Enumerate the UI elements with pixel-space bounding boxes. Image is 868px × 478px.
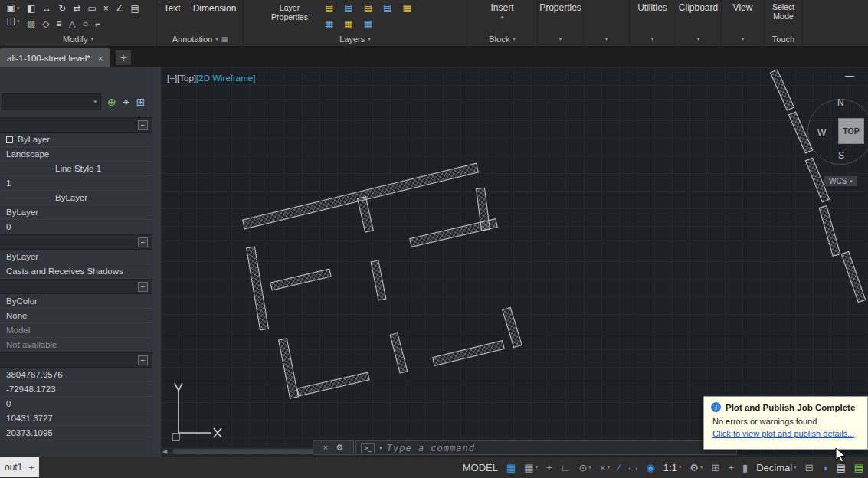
palette-section-header[interactable]: − [0, 352, 152, 368]
command-tools-icon[interactable]: ⚙ [336, 442, 343, 453]
scale-icon[interactable]: △ [69, 18, 76, 30]
annotation-monitor-icon[interactable]: ◉ [646, 462, 654, 473]
property-row[interactable]: 3804767.9576 [0, 368, 152, 382]
viewcube-west-label[interactable]: W [817, 127, 826, 138]
break-icon[interactable]: ○ [83, 18, 88, 30]
panel-expander-utilities[interactable]: ▾ [630, 32, 675, 46]
property-row[interactable]: ByLayer [0, 133, 152, 147]
array-icon[interactable]: ▤ [131, 3, 139, 15]
panel-label-touch[interactable]: Touch [765, 32, 802, 46]
property-row[interactable]: 20373.1095 [0, 426, 152, 440]
mirror-icon[interactable]: ⇄ [73, 3, 80, 15]
properties-panel-title[interactable]: Properties [538, 0, 583, 13]
layer-freeze-icon[interactable]: ▤ [364, 2, 372, 14]
hatch-edit-icon[interactable]: ▨ [27, 18, 35, 30]
layer-match-icon[interactable]: ▦ [325, 18, 333, 30]
join-icon[interactable]: ≡ [57, 18, 62, 30]
color-swatch[interactable] [6, 136, 13, 143]
viewcube-top-face[interactable]: TOP [838, 118, 864, 144]
panel-dialog-launcher-icon[interactable]: ▦ [221, 35, 228, 43]
isolate-objects-icon[interactable]: ▮ [742, 462, 748, 473]
wall-segment[interactable] [819, 206, 840, 257]
select-mode-button[interactable]: Select Mode [766, 2, 801, 21]
erase-icon[interactable]: ◧ [27, 3, 35, 15]
utilities-panel-title[interactable]: Utilities [630, 0, 675, 13]
command-input-area[interactable]: >_ ▾ Type a command [355, 440, 737, 455]
panel-label-block[interactable]: Block▾ [467, 32, 537, 46]
layer-walk-icon[interactable]: ▦ [344, 18, 352, 30]
wall-segment[interactable] [410, 219, 497, 247]
property-row[interactable]: None [0, 309, 152, 323]
layer-off-icon[interactable]: ▦ [402, 2, 411, 14]
property-row[interactable]: 1 [0, 176, 152, 191]
viewport-controls[interactable]: [−][Top][2D Wireframe] [167, 74, 255, 83]
select-objects-icon[interactable]: ⌖ [123, 97, 129, 108]
collapse-section-icon[interactable]: − [138, 355, 148, 365]
object-snap-tracking-icon[interactable]: ∕ [618, 462, 620, 473]
collapse-section-icon[interactable]: − [138, 237, 148, 247]
close-command-line-icon[interactable]: × [323, 442, 328, 453]
file-tab-active[interactable]: ali-1-100-street level* × [0, 48, 110, 67]
palette-section-header[interactable]: − [0, 279, 152, 294]
annotation-scale-button[interactable]: 1:1▾ [663, 462, 682, 473]
property-row[interactable]: 0 [0, 220, 152, 234]
property-row[interactable]: ByColor [0, 294, 152, 309]
selection-cycling-icon[interactable]: ▭ [628, 462, 637, 473]
property-row[interactable]: ByLayer [0, 191, 152, 205]
wall-segment[interactable] [433, 341, 505, 366]
units-dropdown[interactable]: Decimal▾ [756, 462, 796, 473]
close-file-tab-icon[interactable]: × [98, 54, 103, 63]
wall-segment[interactable] [371, 260, 386, 300]
navbar-minimize-icon[interactable]: — [845, 70, 854, 81]
polar-tracking-icon[interactable]: ⊙▾ [578, 462, 591, 473]
explode-icon[interactable]: ◇ [42, 18, 49, 30]
move-icon[interactable]: ↔ [42, 3, 51, 15]
wall-segment[interactable] [770, 70, 794, 110]
panel-label-modify[interactable]: Modify▾ [0, 32, 156, 46]
wall-segment[interactable] [297, 372, 369, 396]
infer-constraints-icon[interactable]: + [546, 462, 552, 473]
rotate-icon[interactable]: ↻ [58, 3, 66, 15]
offset-icon[interactable]: ▭ [87, 3, 96, 15]
property-row[interactable]: ByLayer [0, 250, 152, 264]
property-row[interactable]: ByLayer [0, 205, 152, 220]
palette-section-header[interactable]: − [0, 117, 152, 133]
wall-segment[interactable] [243, 163, 479, 229]
wall-segment[interactable] [503, 307, 522, 347]
chamfer-icon[interactable]: ⌐ [95, 18, 100, 30]
property-row[interactable]: Landscape [0, 147, 152, 162]
pickadd-toggle-icon[interactable]: ⊞ [136, 97, 146, 108]
text-button[interactable]: Text [164, 3, 181, 32]
property-row[interactable]: Line Style 1 [0, 162, 152, 176]
panel-label-annotation[interactable]: Annotation▾▦ [157, 32, 243, 46]
graphics-performance-icon[interactable]: ⊟ [805, 462, 814, 473]
collapse-section-icon[interactable]: − [138, 282, 148, 292]
wall-segment[interactable] [247, 247, 269, 330]
layer-isolate-icon[interactable]: ▤ [344, 2, 352, 14]
wcs-menu[interactable]: WCS ▾ [824, 176, 857, 186]
layer-lock-icon[interactable]: ▤ [383, 2, 391, 14]
connect-status-icon[interactable]: ◑ [822, 462, 828, 473]
trim-icon[interactable]: × [103, 3, 109, 15]
layer-merge-icon[interactable]: ▦ [364, 18, 372, 30]
palette-section-header[interactable]: − [0, 234, 152, 250]
panel-expander-groups[interactable]: ▾ [584, 32, 629, 46]
scroll-left-icon[interactable]: ◀ [162, 448, 167, 455]
viewport-minimize-control[interactable]: [−] [167, 74, 177, 83]
wall-segment[interactable] [841, 251, 865, 302]
layout-tab[interactable]: out1 [5, 462, 22, 473]
plot-details-icon[interactable]: ▤ [854, 462, 863, 473]
wall-segment[interactable] [358, 197, 374, 232]
annotation-visibility-icon[interactable]: ⊞ [712, 462, 720, 473]
property-row[interactable]: 0 [0, 397, 152, 411]
fillet-icon[interactable]: ∠ [116, 3, 124, 15]
wall-segment[interactable] [270, 269, 331, 290]
panel-expander-clipboard[interactable]: ▾ [676, 32, 721, 46]
quick-select-icon[interactable]: ⊕ [107, 97, 116, 108]
view-panel-title[interactable]: View [722, 0, 764, 13]
new-drawing-tab-button[interactable]: + [116, 50, 131, 65]
layer-state-icon[interactable]: ▤ [325, 2, 333, 14]
isometric-drafting-icon[interactable]: ×▾ [600, 462, 610, 473]
panel-expander-view[interactable]: ▾ [722, 32, 764, 46]
clipboard-panel-title[interactable]: Clipboard [676, 0, 721, 13]
